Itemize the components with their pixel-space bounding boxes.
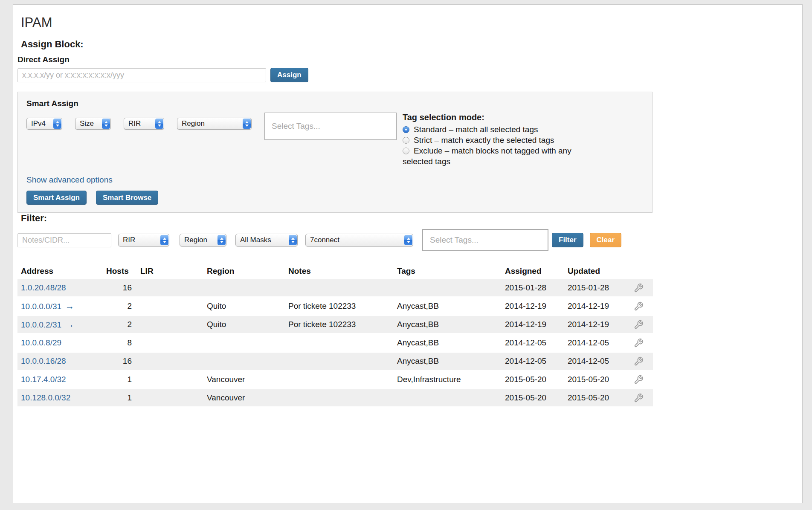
filter-heading: Filter: (21, 213, 802, 224)
wrench-icon[interactable] (634, 356, 644, 366)
tag-selection-mode-heading: Tag selection mode: (403, 113, 573, 122)
filter-resource-select[interactable]: 7connect (305, 234, 413, 246)
assign-arrow-icon[interactable]: → (65, 301, 74, 311)
region-cell: Vancouver (203, 393, 285, 403)
table-row: 10.0.0.16/28→ 16 Anycast,BB 2014-12-05 2… (17, 353, 653, 370)
table-row: 10.0.0.8/29→ 8 Anycast,BB 2014-12-05 201… (17, 334, 653, 351)
tag-mode-option-exclude: Exclude – match blocks not tagged with a… (403, 145, 573, 167)
filter-masks-value: All Masks (240, 236, 271, 244)
wrench-icon[interactable] (634, 338, 644, 348)
updated-cell: 2015-05-20 (564, 393, 624, 403)
filter-region-value: Region (184, 236, 207, 244)
filter-notes-input[interactable] (17, 233, 111, 247)
smart-rir-value: RIR (128, 119, 141, 128)
tag-selection-mode-group: Tag selection mode: Standard – match all… (403, 113, 573, 167)
chevron-updown-icon (155, 119, 163, 129)
page-title: IPAM (21, 15, 802, 30)
assigned-cell: 2014-12-05 (502, 338, 564, 348)
ipam-table-body: 1.0.20.48/28→ 16 2015-01-28 2015-01-28 1… (17, 279, 653, 406)
updated-cell: 2014-12-19 (564, 301, 624, 311)
region-cell: Vancouver (203, 375, 285, 384)
smart-assign-button[interactable]: Smart Assign (26, 191, 87, 205)
tag-mode-strict-label: Strict – match exactly the selected tags (414, 136, 554, 145)
wrench-icon[interactable] (634, 320, 644, 330)
assigned-cell: 2014-12-19 (502, 320, 564, 329)
table-row: 10.128.0.0/32→ 1 Vancouver 2015-05-20 20… (17, 389, 653, 406)
tag-mode-option-standard: Standard – match all selected tags (403, 124, 573, 135)
region-cell: Quito (203, 320, 285, 329)
chevron-updown-icon (243, 119, 251, 129)
filter-resource-value: 7connect (310, 236, 339, 244)
filter-button[interactable]: Filter (552, 233, 583, 247)
notes-cell: Por tickete 102233 (285, 320, 394, 329)
filter-masks-select[interactable]: All Masks (235, 234, 298, 246)
hosts-cell: 16 (103, 356, 137, 366)
chevron-updown-icon (218, 235, 226, 245)
address-link[interactable]: 10.128.0.0/32 (21, 393, 70, 402)
table-row: 10.17.4.0/32→ 1 Vancouver Dev,Infrastruc… (17, 371, 653, 388)
smart-rir-select[interactable]: RIR (124, 118, 164, 130)
updated-cell: 2014-12-05 (564, 356, 624, 366)
hosts-cell: 2 (103, 301, 137, 311)
chevron-updown-icon (289, 235, 297, 245)
address-link[interactable]: 10.0.0.2/31 (21, 320, 61, 329)
tags-cell: Anycast,BB (394, 338, 502, 348)
show-advanced-options-link[interactable]: Show advanced options (26, 175, 113, 185)
tag-mode-option-strict: Strict – match exactly the selected tags (403, 135, 573, 145)
hosts-cell: 2 (103, 320, 137, 329)
wrench-icon[interactable] (634, 301, 644, 311)
tags-cell: Anycast,BB (394, 356, 502, 366)
assigned-cell: 2014-12-19 (502, 301, 564, 311)
tags-cell: Dev,Infrastructure (394, 375, 502, 384)
smart-region-value: Region (182, 119, 205, 128)
filter-rir-value: RIR (123, 236, 135, 244)
address-link[interactable]: 10.17.4.0/32 (21, 375, 66, 384)
assign-arrow-icon[interactable]: → (65, 319, 74, 329)
updated-cell: 2015-01-28 (564, 283, 624, 293)
smart-region-select[interactable]: Region (177, 118, 252, 130)
tag-mode-standard-label: Standard – match all selected tags (414, 125, 538, 134)
address-link[interactable]: 10.0.0.8/29 (21, 338, 61, 347)
chevron-updown-icon (404, 235, 412, 245)
notes-cell: Por tickete 102233 (285, 301, 394, 311)
smart-size-select[interactable]: Size (75, 118, 111, 130)
hosts-cell: 8 (103, 338, 137, 348)
smart-tags-input[interactable]: Select Tags... (264, 113, 397, 140)
radio-strict[interactable] (403, 137, 409, 144)
radio-exclude[interactable] (403, 148, 409, 154)
column-header-updated: Updated (564, 267, 624, 276)
filter-tags-input[interactable]: Select Tags... (422, 229, 548, 251)
column-header-hosts: Hosts (103, 267, 137, 276)
wrench-icon[interactable] (634, 375, 644, 385)
address-link[interactable]: 1.0.20.48/28 (21, 283, 66, 292)
radio-standard[interactable] (403, 126, 409, 133)
assign-block-heading: Assign Block: (21, 39, 802, 50)
filter-rir-select[interactable]: RIR (118, 234, 169, 246)
wrench-icon[interactable] (634, 393, 644, 403)
assigned-cell: 2015-05-20 (502, 393, 564, 403)
hosts-cell: 16 (103, 283, 137, 293)
column-header-tags: Tags (394, 267, 502, 276)
filter-region-select[interactable]: Region (180, 234, 226, 246)
smart-assign-heading: Smart Assign (26, 99, 644, 108)
address-link[interactable]: 10.0.0.0/31 (21, 302, 61, 311)
column-header-assigned: Assigned (502, 267, 564, 276)
address-link[interactable]: 10.0.0.16/28 (21, 356, 66, 365)
updated-cell: 2014-12-05 (564, 338, 624, 348)
tags-cell: Anycast,BB (394, 320, 502, 329)
clear-button[interactable]: Clear (590, 233, 622, 247)
smart-ip-version-select[interactable]: IPv4 (26, 118, 62, 130)
smart-browse-button[interactable]: Smart Browse (96, 191, 158, 205)
table-row: 1.0.20.48/28→ 16 2015-01-28 2015-01-28 (17, 279, 653, 296)
column-header-address: Address (17, 267, 103, 276)
table-row: 10.0.0.0/31→ 2 Quito Por tickete 102233 … (17, 298, 653, 315)
tags-cell: Anycast,BB (394, 301, 502, 311)
ipam-table: Address Hosts LIR Region Notes Tags Assi… (17, 263, 653, 406)
hosts-cell: 1 (103, 375, 137, 384)
hosts-cell: 1 (103, 393, 137, 403)
column-header-lir: LIR (137, 267, 203, 276)
direct-assign-input[interactable] (17, 68, 266, 82)
wrench-icon[interactable] (634, 283, 644, 293)
filter-tags-placeholder: Select Tags... (430, 235, 478, 245)
assign-button[interactable]: Assign (270, 68, 308, 82)
